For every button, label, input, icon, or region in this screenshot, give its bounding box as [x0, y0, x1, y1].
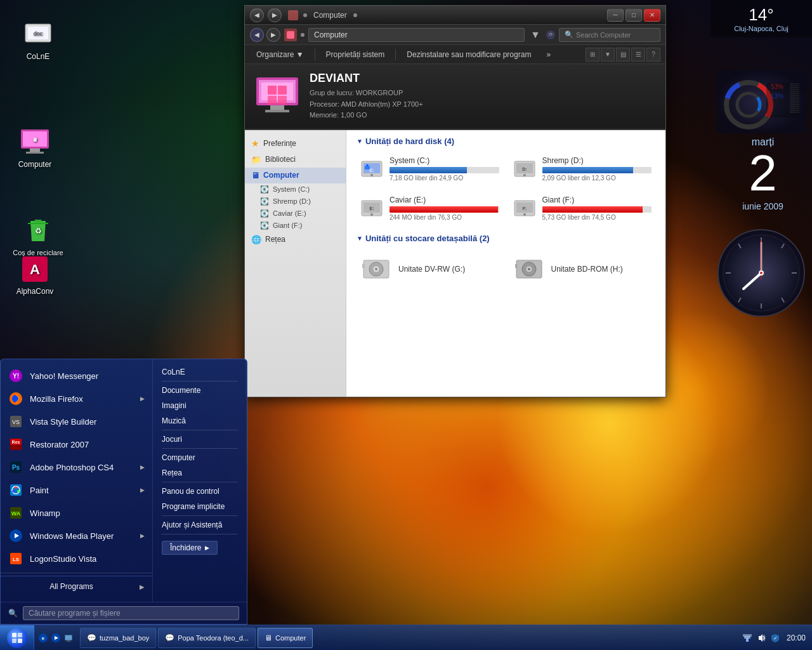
taskbar-item-popa[interactable]: 💬 Popa Teodora (teo_d...: [158, 628, 256, 648]
sidebar-item-system-c[interactable]: 💽 System (C:): [245, 183, 346, 196]
sidebar-item-shremp-d[interactable]: 💽 Shremp (D:): [245, 196, 346, 208]
taskbar-item-computer[interactable]: 🖥 Computer: [258, 628, 313, 648]
sidebar-item-libraries[interactable]: 📁 Biblioteci: [245, 152, 346, 168]
back-button[interactable]: ◀: [250, 8, 264, 22]
view-details-btn[interactable]: ☰: [631, 48, 645, 62]
drive-system-c[interactable]: C: System (C:) 7,18 GO liber din 24,9 GO: [357, 152, 503, 185]
desktop-icon-recyclebin[interactable]: ♻ Coș de reciclare: [13, 216, 63, 256]
start-app-restorator[interactable]: Res Restorator 2007: [1, 433, 152, 456]
start-right-computer[interactable]: Computer: [153, 450, 247, 465]
recyclebin-icon: ♻: [23, 216, 53, 246]
start-right-control-panel[interactable]: Panou de control: [153, 484, 247, 499]
start-menu-apps: Y! Yahoo! Messenger Mozilla Firefox: [1, 359, 153, 602]
network-icon: 🌐: [251, 235, 261, 244]
system-props-button[interactable]: Proprietăți sistem: [320, 49, 391, 60]
sidebar-item-caviar-e[interactable]: 💽 Caviar (E:): [245, 208, 346, 220]
maximize-button[interactable]: □: [625, 9, 642, 22]
search-box[interactable]: 🔍 Search Computer: [559, 28, 660, 42]
tray-icon-volume[interactable]: [756, 633, 766, 643]
drive-name-e: Caviar (E:): [390, 196, 499, 204]
sidebar-item-network[interactable]: 🌐 Rețea: [245, 232, 346, 248]
day-number: 2: [717, 148, 809, 199]
svg-text:♻: ♻: [35, 227, 42, 235]
quick-launch: e: [34, 633, 77, 643]
view-pane-btn[interactable]: ▤: [616, 48, 630, 62]
help-btn[interactable]: ?: [646, 48, 660, 62]
start-right-default-programs[interactable]: Programe implicite: [153, 499, 247, 514]
all-programs-button[interactable]: All Programs: [8, 580, 134, 593]
minimize-button[interactable]: ─: [607, 9, 624, 22]
svg-rect-54: [261, 83, 293, 100]
analog-clock: [717, 229, 806, 317]
start-right-documents[interactable]: Documente: [153, 383, 247, 398]
tray-icon-network[interactable]: [742, 633, 752, 643]
dvd-icon: [360, 253, 392, 285]
collapse-hdd-icon[interactable]: ▼: [357, 138, 363, 145]
svg-rect-124: [743, 634, 752, 637]
addr-forward-btn[interactable]: ▶: [266, 28, 280, 42]
sidebar: ★ Preferințe 📁 Biblioteci 🖥 Computer 💽 S…: [245, 130, 346, 397]
drive-giant-f[interactable]: F: Giant (F:) 5,73 GO liber din 74,5 GO: [509, 192, 656, 225]
quicklaunch-ie[interactable]: e: [38, 633, 48, 643]
address-path[interactable]: Computer: [308, 28, 525, 42]
computer-window: ◀ ▶ Computer ─ □ ✕ ◀ ▶ Computer ▼ ⟳: [244, 5, 666, 397]
start-app-paint[interactable]: Paint: [1, 479, 152, 501]
start-app-photoshop[interactable]: Ps Adobe Photoshop CS4: [1, 456, 152, 479]
desktop-icon-alphaconv[interactable]: A AlphaConv: [10, 254, 60, 296]
forward-button[interactable]: ▶: [268, 8, 282, 22]
title-dot: [353, 13, 357, 17]
drive-name-d: Shremp (D:): [542, 156, 652, 165]
desktop-icon-computer[interactable]: 🖥 Computer: [10, 127, 60, 169]
more-button[interactable]: »: [540, 49, 557, 60]
start-right-colne[interactable]: CoLnE: [153, 364, 247, 380]
drive-shremp-d[interactable]: D: Shremp (D:) 2,09 GO liber din 12,3 GO: [509, 152, 656, 185]
quicklaunch-show-desktop[interactable]: [63, 633, 74, 643]
removable-dvdrw-g[interactable]: Unitate DV-RW (G:): [357, 249, 503, 289]
addr-back-btn[interactable]: ◀: [250, 28, 264, 42]
start-button[interactable]: [0, 625, 34, 651]
start-search-input[interactable]: [23, 606, 239, 620]
drive-caviar-e[interactable]: E: Caviar (E:) 244 MO liber din 76,3 GO: [357, 192, 503, 225]
desktop-icon-colne[interactable]: doc CoLnE: [13, 19, 63, 61]
uninstall-button[interactable]: Dezinstalare sau modificare program: [400, 49, 537, 60]
removable-bdrom-h[interactable]: Unitate BD-ROM (H:): [509, 249, 656, 289]
logonstudio-icon: LS: [8, 551, 23, 566]
refresh-button[interactable]: ▼: [528, 28, 542, 42]
view-grid-btn[interactable]: ⊞: [586, 48, 599, 62]
organize-button[interactable]: Organizare ▼: [250, 49, 310, 60]
view-dropdown-btn[interactable]: ▼: [601, 48, 615, 62]
start-app-yahoo[interactable]: Y! Yahoo! Messenger: [1, 364, 152, 387]
svg-rect-57: [268, 96, 277, 105]
shutdown-button[interactable]: Închidere ▶: [162, 541, 218, 555]
tray-icon-shield[interactable]: ✓: [770, 633, 780, 643]
quicklaunch-media[interactable]: [51, 633, 61, 643]
start-app-firefox[interactable]: Mozilla Firefox: [1, 387, 152, 410]
start-menu-content: Y! Yahoo! Messenger Mozilla Firefox: [1, 359, 247, 602]
sidebar-item-giant-f[interactable]: 💽 Giant (F:): [245, 220, 346, 232]
sidebar-item-computer[interactable]: 🖥 Computer: [245, 168, 346, 183]
winamp-icon: WA: [8, 505, 23, 521]
taskbar-computer-icon: 🖥: [265, 633, 272, 642]
start-app-wmp[interactable]: Windows Media Player: [1, 524, 152, 547]
start-right-games[interactable]: Jocuri: [153, 432, 247, 447]
close-button[interactable]: ✕: [644, 9, 660, 22]
drive-bar-bg-f: [542, 206, 652, 213]
start-right-network[interactable]: Rețea: [153, 465, 247, 481]
taskbar-item-tuzma[interactable]: 💬 tuzma_bad_boy: [80, 628, 156, 648]
start-right-images[interactable]: Imagini: [153, 398, 247, 413]
sidebar-item-preferences[interactable]: ★ Preferințe: [245, 135, 346, 152]
start-menu-right-panel: CoLnE Documente Imagini Muzică Jocuri Co…: [153, 359, 247, 602]
svg-text:E:: E:: [370, 206, 374, 211]
start-app-winamp[interactable]: WA Winamp: [1, 501, 152, 524]
svg-text:VS: VS: [12, 419, 20, 425]
start-right-music[interactable]: Muzică: [153, 413, 247, 428]
collapse-removable-icon[interactable]: ▼: [357, 235, 363, 242]
svg-marker-125: [759, 634, 763, 642]
start-right-help[interactable]: Ajutor și Asistență: [153, 517, 247, 533]
taskbar-items: 💬 tuzma_bad_boy 💬 Popa Teodora (teo_d...…: [77, 625, 736, 650]
start-app-vista-style[interactable]: VS Vista Style Builder: [1, 410, 152, 433]
drive-name-f: Giant (F:): [542, 196, 652, 204]
start-app-logonstudio[interactable]: LS LogonStudio Vista: [1, 547, 152, 570]
drive-icon-d: D:: [513, 157, 536, 180]
svg-text:Ps: Ps: [12, 464, 20, 471]
